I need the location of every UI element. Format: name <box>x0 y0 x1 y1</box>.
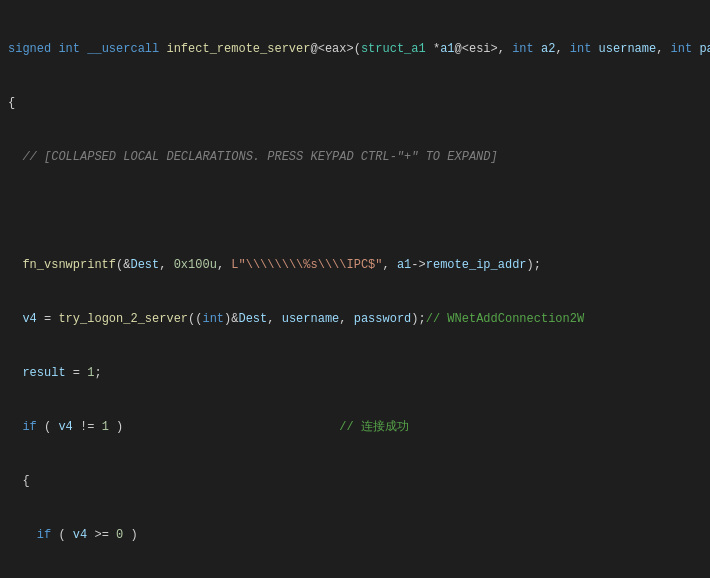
line-8: if ( v4 != 1 ) // 连接成功 <box>0 418 710 436</box>
line-9: { <box>0 472 710 490</box>
collapsed-notice: // [COLLAPSED LOCAL DECLARATIONS. PRESS … <box>22 150 497 164</box>
keyword-signed: signed <box>8 42 51 56</box>
func-name: infect_remote_server <box>166 42 310 56</box>
line-1: signed int __usercall infect_remote_serv… <box>0 40 710 58</box>
code-viewer: signed int __usercall infect_remote_serv… <box>0 0 710 578</box>
line-10: if ( v4 >= 0 ) <box>0 526 710 544</box>
line-3: // [COLLAPSED LOCAL DECLARATIONS. PRESS … <box>0 148 710 166</box>
line-5: fn_vsnwprintf(&Dest, 0x100u, L"\\\\\\\\%… <box>0 256 710 274</box>
line-7: result = 1; <box>0 364 710 382</box>
line-2: { <box>0 94 710 112</box>
line-6: v4 = try_logon_2_server((int)&Dest, user… <box>0 310 710 328</box>
keyword-int: int <box>58 42 80 56</box>
line-blank-1 <box>0 202 710 220</box>
keyword-usercall: __usercall <box>87 42 159 56</box>
